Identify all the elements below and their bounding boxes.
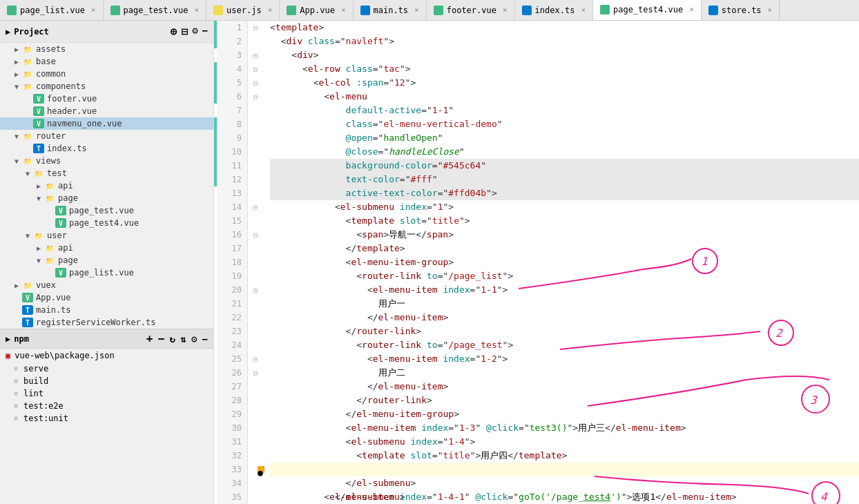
tab-page_list[interactable]: page_list.vue × xyxy=(0,0,104,21)
tree-item-components[interactable]: ▼ 📁 components xyxy=(0,80,213,93)
tree-item-common[interactable]: ▶ 📁 common xyxy=(0,68,213,80)
sidebar-header: ▶ Project ⊕ ⊟ ⚙ − xyxy=(0,21,213,43)
line-num: 14 xyxy=(217,200,242,214)
code-line-16: <span>导航一</span> xyxy=(270,228,859,242)
tab-store[interactable]: store.ts × xyxy=(702,0,780,21)
tab-app[interactable]: App.vue × xyxy=(280,0,353,21)
npm-item-testunit[interactable]: test:unit xyxy=(0,412,213,425)
tree-item-user_api[interactable]: ▶ 📁 api xyxy=(0,242,213,254)
tree-item-vuex[interactable]: ▶ 📁 vuex xyxy=(0,279,213,291)
tree-label: footer.vue xyxy=(47,94,97,104)
vue-file-icon: V xyxy=(55,268,66,278)
line-num: 20 xyxy=(217,283,242,297)
tree-item-app_vue[interactable]: V App.vue xyxy=(0,291,213,304)
tree-item-header_vue[interactable]: V header.vue xyxy=(0,105,213,117)
fold-arrow-14[interactable]: ⊟ xyxy=(248,200,263,214)
fold-arrow-32[interactable]: ⊟ xyxy=(248,366,263,380)
folder-icon: 📁 xyxy=(22,57,33,66)
fold-arrow-24[interactable]: ⊟ xyxy=(248,283,263,297)
tab-label: store.ts xyxy=(722,6,762,15)
tab-main[interactable]: main.ts × xyxy=(354,0,427,21)
line-num: 5 xyxy=(217,76,242,90)
tree-item-register_ts[interactable]: T registerServiceWorker.ts xyxy=(0,316,213,329)
close-icon[interactable]: × xyxy=(194,6,199,14)
tree-item-footer_vue[interactable]: V footer.vue xyxy=(0,93,213,105)
line-num: 35 xyxy=(217,490,242,504)
npm-item-teste2e[interactable]: test:e2e xyxy=(0,400,213,412)
tree-item-page_test_vue[interactable]: V page_test.vue xyxy=(0,204,213,217)
tree-item-test[interactable]: ▼ 📁 test xyxy=(0,167,213,180)
line-num: 26 xyxy=(217,366,242,380)
tree-item-page_test4_vue[interactable]: V page_test4.vue xyxy=(0,217,213,229)
folder-icon: 📁 xyxy=(33,231,44,240)
npm-close-icon[interactable]: − xyxy=(202,333,208,345)
fold-arrow-3[interactable]: ⊟ xyxy=(248,48,263,62)
npm-item-label: test:unit xyxy=(23,414,68,423)
tree-label: header.vue xyxy=(47,106,97,116)
settings-icon[interactable]: ⚙ xyxy=(192,25,197,38)
tree-item-router_index_ts[interactable]: T index.ts xyxy=(0,142,213,155)
tab-page_test4[interactable]: page_test4.vue × xyxy=(593,0,702,21)
line-num: 2 xyxy=(217,35,242,48)
npm-item-lint[interactable]: lint xyxy=(0,387,213,400)
close-icon[interactable]: × xyxy=(91,6,96,14)
line-num: 17 xyxy=(217,242,242,255)
fold-arrow-15[interactable]: ⊟ xyxy=(248,228,263,242)
tab-label: main.ts xyxy=(374,6,409,15)
tree-item-views[interactable]: ▼ 📁 views xyxy=(0,155,213,167)
fold-arrows-col: ⊟ ⊟ ⊟ ⊟ ⊟ ⊟ ⊟ ⊟ ⊟ ⊟ xyxy=(248,21,263,504)
fold-arrow-1[interactable]: ⊟ xyxy=(248,21,263,35)
npm-expand-icon: ▶ xyxy=(6,334,10,344)
close-icon[interactable]: × xyxy=(268,6,273,14)
tree-item-base[interactable]: ▶ 📁 base xyxy=(0,55,213,68)
tree-item-main_ts[interactable]: T main.ts xyxy=(0,304,213,316)
folder-icon: 📁 xyxy=(22,131,33,141)
fold-arrow-31[interactable]: ⊟ xyxy=(248,352,263,366)
npm-package-label: vue-web\package.json xyxy=(15,351,115,360)
tree-item-page[interactable]: ▼ 📁 page xyxy=(0,192,213,204)
tree-item-user_page[interactable]: ▼ 📁 page xyxy=(0,254,213,266)
tree-label: App.vue xyxy=(36,293,71,302)
npm-item-build[interactable]: build xyxy=(0,375,213,387)
npm-add-icon[interactable]: + xyxy=(146,332,153,345)
tree-item-page_list_vue[interactable]: V page_list.vue xyxy=(0,266,213,279)
npm-split-icon[interactable]: ⇅ xyxy=(180,333,186,345)
fold-arrow-5[interactable]: ⊟ xyxy=(248,76,263,90)
line-num: 25 xyxy=(217,352,242,366)
collapse-arrow: ▼ xyxy=(33,195,44,202)
line-num: 34 xyxy=(217,476,242,490)
project-icon: ▶ xyxy=(6,27,10,37)
folder-icon: 📁 xyxy=(44,193,55,203)
add-file-icon[interactable]: ⊕ xyxy=(171,25,177,38)
close-icon[interactable]: × xyxy=(689,5,694,14)
tree-item-navmenu_one_vue[interactable]: V navmenu_one.vue xyxy=(0,117,213,130)
tab-index[interactable]: index.ts × xyxy=(515,0,593,21)
tree-item-user[interactable]: ▼ 📁 user xyxy=(0,229,213,242)
tree-item-api[interactable]: ▶ 📁 api xyxy=(0,180,213,192)
npm-settings-icon[interactable]: ⚙ xyxy=(191,333,197,345)
npm-remove-icon[interactable]: − xyxy=(158,332,165,345)
line-num: 31 xyxy=(217,435,242,449)
tree-label: page_test.vue xyxy=(69,206,134,215)
npm-refresh-icon[interactable]: ↻ xyxy=(170,333,175,345)
line-num: 15 xyxy=(217,214,242,228)
close-icon[interactable]: × xyxy=(581,6,586,14)
tree-label: api xyxy=(58,243,73,253)
close-icon[interactable]: × xyxy=(503,6,508,14)
close-icon[interactable]: × xyxy=(768,6,773,14)
code-line-12: text-color="#fff" xyxy=(270,173,859,186)
tree-item-router[interactable]: ▼ 📁 router xyxy=(0,130,213,142)
tab-footer[interactable]: footer.vue × xyxy=(427,0,515,21)
fold-arrow-6[interactable]: ⊟ xyxy=(248,90,263,104)
vue-file-icon: V xyxy=(33,119,44,128)
close-icon[interactable]: × xyxy=(341,6,346,14)
close-icon[interactable]: − xyxy=(202,25,208,38)
fold-arrow-4[interactable]: ⊟ xyxy=(248,62,263,76)
add-folder-icon[interactable]: ⊟ xyxy=(181,25,188,38)
tab-user[interactable]: user.js × xyxy=(206,0,280,21)
npm-item-serve[interactable]: serve xyxy=(0,362,213,375)
close-icon[interactable]: × xyxy=(414,6,419,14)
tree-item-assets[interactable]: ▶ 📁 assets xyxy=(0,43,213,55)
tab-page_test[interactable]: page_test.vue × xyxy=(104,0,207,21)
collapse-arrow: ▼ xyxy=(11,133,22,140)
